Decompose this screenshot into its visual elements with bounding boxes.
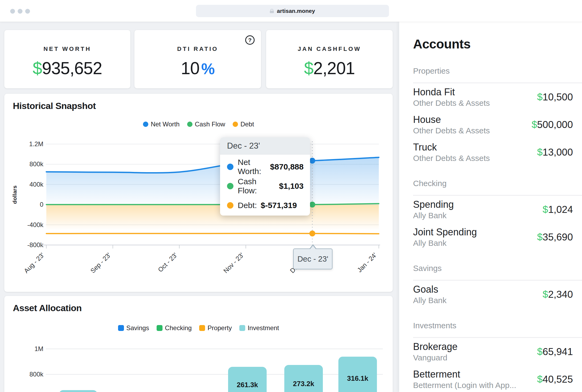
- currency-symbol: $: [537, 346, 543, 357]
- accounts-section-investments: InvestmentsBrokerageVanguard$65,941Bette…: [413, 321, 573, 392]
- tooltip-title: Dec - 23': [220, 137, 310, 154]
- currency-symbol: $: [532, 119, 537, 130]
- account-name: Spending: [413, 199, 454, 210]
- lock-icon: [270, 9, 274, 13]
- legend-marker: [157, 325, 162, 331]
- account-balance: $35,690: [537, 232, 573, 243]
- gridline: [46, 349, 383, 349]
- legend-item-investment[interactable]: Investment: [239, 324, 279, 332]
- investment-bar[interactable]: 261.3k: [228, 367, 267, 392]
- accounts-panel: Accounts PropertiesHonda FitOther Debts …: [399, 22, 582, 392]
- asset-allocation-card: Asset Allocation SavingsCheckingProperty…: [4, 296, 393, 392]
- legend-label: Savings: [126, 324, 149, 332]
- legend-item-savings[interactable]: Savings: [118, 324, 149, 332]
- account-row-betterment[interactable]: BettermentBetterment (Login with App...$…: [413, 365, 573, 392]
- svg-text:800k: 800k: [29, 160, 44, 168]
- account-row-spending[interactable]: SpendingAlly Bank$1,024: [413, 196, 573, 223]
- stat-number: 10: [181, 59, 199, 78]
- svg-text:Aug - 23': Aug - 23': [22, 251, 46, 274]
- svg-text:Oct - 23': Oct - 23': [157, 251, 179, 273]
- stat-card-dti-ratio: DTI RATIO10%?: [134, 30, 261, 88]
- stat-label: DTI RATIO: [134, 46, 261, 52]
- window-controls: [10, 9, 30, 14]
- legend-label: Property: [207, 324, 232, 332]
- window-dot[interactable]: [10, 9, 15, 14]
- svg-text:Sep - 23': Sep - 23': [89, 251, 112, 274]
- account-row-goals[interactable]: GoalsAlly Bank$2,340: [413, 281, 573, 308]
- account-balance: $10,500: [537, 92, 573, 103]
- investment-bar[interactable]: 273.2k: [284, 365, 323, 392]
- investment-bar[interactable]: 316.1k: [338, 357, 377, 392]
- account-row-joint-spending[interactable]: Joint SpendingAlly Bank$35,690: [413, 223, 573, 251]
- currency-symbol: $: [543, 204, 548, 215]
- balance-number: 1,024: [548, 204, 573, 215]
- currency-symbol: $: [537, 232, 543, 243]
- account-institution: Other Debts & Assets: [413, 154, 490, 163]
- account-name: Honda Fit: [413, 87, 490, 97]
- series-value: $1,103: [279, 182, 304, 191]
- help-icon[interactable]: ?: [245, 35, 255, 45]
- svg-text:0: 0: [40, 201, 43, 208]
- account-institution: Other Debts & Assets: [413, 99, 490, 107]
- historical-line-chart[interactable]: 1.2M800k400k0-400k-800kdollarsAug - 23'S…: [4, 94, 393, 292]
- accounts-section-properties: PropertiesHonda FitOther Debts & Assets$…: [413, 66, 573, 166]
- asset-allocation-title: Asset Allocation: [13, 303, 82, 313]
- legend-marker: [239, 325, 245, 331]
- y-tick-label: 1M: [14, 345, 43, 353]
- balance-number: 500,000: [537, 119, 573, 130]
- historical-snapshot-card: Historical Snapshot Net WorthCash FlowDe…: [4, 94, 393, 292]
- currency-symbol: $: [304, 59, 313, 78]
- section-label: Investments: [413, 321, 573, 330]
- balance-number: 35,690: [543, 232, 573, 243]
- accounts-title: Accounts: [413, 37, 573, 51]
- svg-text:-400k: -400k: [27, 221, 44, 228]
- bar-value-label: 273.2k: [284, 380, 323, 388]
- section-label: Savings: [413, 264, 573, 273]
- x-axis-tooltip: Dec - 23': [293, 248, 332, 269]
- series-dot: [227, 164, 233, 170]
- currency-symbol: $: [537, 374, 543, 385]
- account-row-honda-fit[interactable]: Honda FitOther Debts & Assets$10,500: [413, 83, 573, 111]
- legend-marker: [199, 325, 205, 331]
- tooltip-row: Net Worth:$870,888: [227, 157, 304, 176]
- account-name: Betterment: [413, 369, 516, 380]
- legend-item-checking[interactable]: Checking: [157, 324, 192, 332]
- balance-number: 10,500: [543, 92, 573, 103]
- stat-value: 10%: [134, 58, 261, 78]
- account-row-house[interactable]: HouseOther Debts & Assets$500,000: [413, 111, 573, 138]
- account-balance: $500,000: [532, 119, 573, 130]
- svg-text:-800k: -800k: [27, 241, 44, 248]
- stat-value: $935,652: [4, 58, 130, 78]
- account-balance: $2,340: [543, 289, 573, 300]
- window-dot[interactable]: [25, 9, 30, 14]
- svg-text:dollars: dollars: [12, 186, 18, 204]
- window-dot[interactable]: [18, 9, 22, 14]
- app-window: artisan.money NET WORTH$935,652DTI RATIO…: [0, 0, 582, 392]
- currency-symbol: $: [537, 92, 543, 103]
- account-row-brokerage[interactable]: BrokerageVanguard$65,941: [413, 338, 573, 365]
- balance-number: 13,000: [543, 147, 573, 158]
- stat-label: JAN CASHFLOW: [266, 46, 393, 52]
- bar-value-label: 316.1k: [338, 374, 377, 383]
- series-name: Net Worth:: [238, 158, 266, 176]
- account-balance: $13,000: [537, 147, 573, 158]
- series-dot: [227, 202, 233, 209]
- account-institution: Other Debts & Assets: [413, 126, 490, 135]
- account-institution: Ally Bank: [413, 239, 477, 247]
- account-row-truck[interactable]: TruckOther Debts & Assets$13,000: [413, 138, 573, 166]
- account-institution: Ally Bank: [413, 211, 454, 220]
- stat-card-jan-cashflow: JAN CASHFLOW$2,201: [266, 30, 393, 88]
- percent-symbol: %: [201, 60, 215, 77]
- legend-item-property[interactable]: Property: [199, 324, 232, 332]
- series-value: $-571,319: [261, 201, 297, 210]
- currency-symbol: $: [537, 147, 543, 158]
- account-balance: $40,525: [537, 374, 573, 385]
- url-bar[interactable]: artisan.money: [196, 5, 389, 17]
- legend-marker: [118, 325, 124, 331]
- accounts-section-checking: CheckingSpendingAlly Bank$1,024Joint Spe…: [413, 179, 573, 251]
- balance-number: 2,340: [548, 289, 573, 300]
- y-tick-label: 800k: [14, 371, 43, 378]
- investment-bar[interactable]: [59, 390, 97, 392]
- series-value: $870,888: [270, 162, 304, 171]
- allocation-legend: SavingsCheckingPropertyInvestment: [4, 324, 393, 332]
